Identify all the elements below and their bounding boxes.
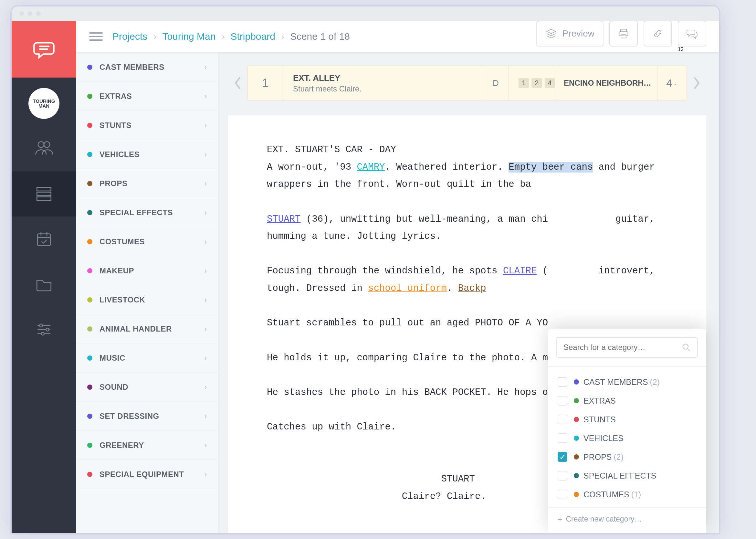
chevron-right-icon: › [204,383,207,392]
category-popup: CAST MEMBERS (2)EXTRASSTUNTSVEHICLES✓PRO… [548,329,706,533]
window-control-icon[interactable] [28,11,32,16]
category-item[interactable]: VEHICLES› [76,140,218,169]
prev-scene-button[interactable] [228,66,248,101]
option-label: CAST MEMBERS [583,377,648,387]
category-label: SET DRESSING [100,412,159,421]
category-item[interactable]: LIVESTOCK› [76,285,218,314]
rail-project[interactable]: TOURINGMAN [12,81,76,126]
category-item[interactable]: SPECIAL EFFECTS› [76,198,218,227]
rail-calendar[interactable] [12,216,76,262]
day-night: D [483,66,509,100]
breadcrumb-link[interactable]: Touring Man [162,31,215,42]
breadcrumb-link[interactable]: Projects [113,31,147,42]
svg-rect-3 [38,234,50,246]
rail-stripboard[interactable] [12,171,76,216]
cast-chip: 2 [531,78,542,88]
swatch-icon [87,297,92,302]
chevron-right-icon: › [153,31,156,42]
swatch-icon [87,385,92,390]
category-option[interactable]: SPECIAL EFFECTS [554,466,701,485]
breadcrumb-current: Scene 1 of 18 [290,31,350,42]
category-option[interactable]: VEHICLES [554,429,701,447]
category-item[interactable]: SET DRESSING› [76,402,218,431]
category-option[interactable]: STUNTS [554,410,701,429]
create-category-button[interactable]: ＋ Create new category… [548,508,706,533]
swatch-icon [87,326,92,332]
search-input[interactable] [564,343,677,352]
print-button[interactable] [609,21,638,46]
category-option[interactable]: CAST MEMBERS (2) [554,373,701,391]
rail-settings[interactable] [12,307,76,352]
preview-button[interactable]: Preview [536,21,604,46]
location: ENCINO NEIGHBORH… [554,66,657,100]
category-option[interactable]: ✓PROPS (2) [554,447,701,466]
swatch-icon [574,435,579,441]
topbar: Projects › Touring Man › Stripboard › Sc… [76,21,719,53]
checkbox[interactable] [558,490,567,499]
scene-strip[interactable]: 1 EXT. ALLEY Stuart meets Claire. D 124 … [248,66,687,101]
next-scene-button[interactable] [687,66,706,101]
checkbox[interactable] [558,396,567,406]
category-item[interactable]: MAKEUP› [76,256,218,285]
svg-rect-1 [37,192,51,196]
people-icon [35,139,53,158]
svg-rect-9 [621,35,626,38]
link-icon [652,28,664,39]
swatch-icon [87,355,92,361]
cast-chip: 4 [545,78,555,88]
category-item[interactable]: MUSIC› [76,344,218,373]
button-label: Preview [562,29,594,39]
chevron-right-icon: › [204,237,207,246]
chat-icon [686,28,698,39]
option-count: (2) [614,452,624,462]
project-badge: TOURINGMAN [29,88,59,119]
svg-point-10 [683,344,688,349]
svg-rect-8 [619,32,628,36]
rail-files[interactable] [12,262,76,307]
app-window: TOURINGMAN [12,6,719,533]
chevron-right-icon: › [204,266,207,275]
category-item[interactable]: STUNTS› [76,111,218,140]
app-logo[interactable] [12,21,76,78]
comments-button[interactable] [678,21,706,46]
breadcrumb-link[interactable]: Stripboard [230,31,275,42]
chevron-left-icon [233,76,242,90]
swatch-icon [574,398,579,403]
chevron-right-icon: › [204,353,207,362]
swatch-icon [87,123,92,128]
category-item[interactable]: SOUND› [76,373,218,402]
scene-heading: EXT. ALLEY [293,73,340,83]
category-sidebar: CAST MEMBERS›EXTRAS›STUNTS›VEHICLES›PROP… [76,53,218,533]
share-button[interactable] [643,21,672,46]
svg-rect-2 [37,197,51,200]
category-option[interactable]: COSTUMES (1) [554,485,701,504]
window-control-icon[interactable] [36,11,41,16]
window-control-icon[interactable] [19,11,24,16]
category-label: GREENERY [100,441,144,450]
checkbox[interactable]: ✓ [558,452,567,462]
checkbox[interactable] [558,471,567,481]
option-label: SPECIAL EFFECTS [583,471,656,481]
category-search[interactable] [556,337,698,358]
chevron-right-icon: › [281,31,284,42]
category-item[interactable]: SPECIAL EQUIPMENT› [76,460,218,489]
category-label: PROPS [100,179,128,188]
category-option[interactable]: EXTRAS [554,391,701,410]
checkbox[interactable] [558,433,567,443]
rail-people[interactable] [12,126,76,171]
checkbox[interactable] [558,415,567,424]
chevron-right-icon: › [204,208,207,217]
chevron-right-icon: › [204,441,207,450]
checkbox[interactable] [558,377,567,387]
swatch-icon [87,65,92,70]
chevron-right-icon: › [204,412,207,421]
category-item[interactable]: ANIMAL HANDLER› [76,314,218,344]
category-item[interactable]: PROPS› [76,169,218,198]
category-item[interactable]: COSTUMES› [76,227,218,256]
swatch-icon [87,181,92,186]
category-item[interactable]: EXTRAS› [76,82,218,111]
category-item[interactable]: GREENERY› [76,431,218,460]
category-option-list[interactable]: CAST MEMBERS (2)EXTRASSTUNTSVEHICLES✓PRO… [548,367,706,507]
hamburger-menu[interactable] [89,30,103,43]
category-item[interactable]: CAST MEMBERS› [76,53,218,82]
